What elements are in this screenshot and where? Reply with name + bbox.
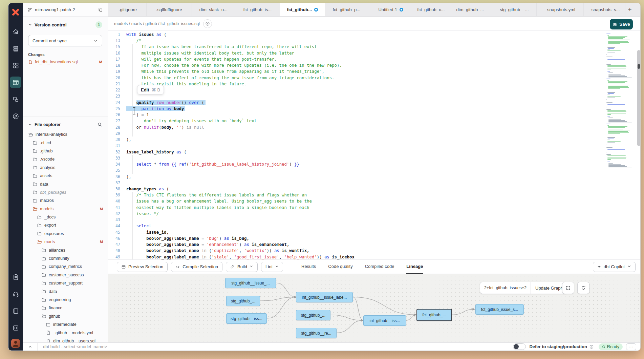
editor-scrollbar[interactable] (637, 50, 640, 146)
tree-item-data[interactable]: data (23, 287, 108, 295)
overflow-menu-button[interactable]: ··· (626, 343, 636, 350)
tree-item-alliances[interactable]: alliances (23, 246, 108, 254)
minimap-line (607, 141, 621, 142)
changed-file-row[interactable]: fct_dbt_invocations.sql M (28, 60, 102, 64)
lineage-node-stg_github_[interactable]: stg_github_... (226, 296, 260, 306)
tab-_snapshots.yml[interactable]: _snapshots.yml (537, 3, 583, 16)
orchestration-icon[interactable] (10, 93, 21, 105)
compile-selection-button[interactable]: Compile Selection (171, 262, 222, 272)
tree-item-export[interactable]: export (23, 221, 108, 229)
lineage-node-fct_github_issue_s[interactable]: fct_github_issue_s... (475, 304, 524, 315)
tab-fct_github...[interactable]: fct_github... (280, 3, 325, 16)
tree-item-intermediate[interactable]: intermediate (23, 320, 108, 329)
code-editor[interactable]: Edit ⌘ B 1with issues as (13 /*15 If an … (108, 31, 641, 259)
minimap-line (607, 68, 626, 68)
copy-branch-icon[interactable] (98, 7, 103, 12)
tree-item-models[interactable]: modelsM (23, 205, 108, 213)
search-icon[interactable] (97, 122, 102, 127)
tree-item-.ci_cd[interactable]: .ci_cd (23, 139, 108, 147)
line-number: 45 (108, 229, 120, 235)
tab-fct_github_c...[interactable]: fct_github_c... (414, 3, 449, 16)
refresh-button[interactable] (577, 282, 589, 294)
environments-icon[interactable] (10, 43, 21, 54)
code-line-32: 32issue_label_history as ( (108, 149, 641, 155)
docs-icon[interactable] (10, 305, 21, 317)
dashboard-icon[interactable] (10, 60, 21, 71)
minimap-line (608, 139, 614, 139)
tab-.sqlfluffignore[interactable]: .sqlfluffignore (147, 3, 192, 16)
minimap-line (606, 54, 607, 55)
tree-item-macros[interactable]: macros (23, 196, 108, 205)
new-tab-button[interactable]: + (625, 5, 634, 14)
lineage-node-stg_github__iss[interactable]: stg_github__iss... (226, 313, 267, 324)
panel-tab-code-quality[interactable]: Code quality (328, 260, 352, 274)
version-control-header[interactable]: Version control 1 (28, 21, 102, 28)
lineage-node-stg_github__re[interactable]: stg_github__re... (296, 328, 337, 338)
tree-item-finance[interactable]: finance (23, 304, 108, 312)
help-icon[interactable] (589, 344, 594, 349)
dbt-copilot-button[interactable]: dbt Copilot (593, 262, 636, 272)
save-button[interactable]: Save (610, 19, 633, 29)
tree-item-internal-analytics[interactable]: internal-analytics (23, 130, 108, 139)
build-button[interactable]: Build (226, 262, 258, 272)
tree-item-customer_success[interactable]: customer_success (23, 271, 108, 279)
preview-selection-button[interactable]: Preview Selection (117, 262, 168, 272)
tab-fct_github_p...[interactable]: fct_github_p... (325, 3, 368, 16)
support-icon[interactable] (10, 288, 21, 300)
tree-item-engineering[interactable]: engineering (23, 296, 108, 304)
reference-icon[interactable] (10, 322, 21, 334)
tab-stg_github__...[interactable]: stg_github__... (492, 3, 537, 16)
tree-item-dbt_packages[interactable]: dbt_packages (23, 188, 108, 196)
tab-Untitled-1[interactable]: Untitled-1 (368, 3, 414, 16)
explore-icon[interactable] (10, 110, 21, 122)
tree-item-github[interactable]: github (23, 312, 108, 320)
git-branch-selector[interactable]: mirnawong1-patch-2 (23, 3, 108, 17)
tab-_snapshots_s...[interactable]: _snapshots_s... (584, 3, 626, 16)
code-editor-icon[interactable] (10, 77, 21, 88)
minimap-line (607, 65, 626, 66)
file-info-icon[interactable] (203, 19, 212, 28)
tree-item-marts[interactable]: martsM (23, 238, 108, 246)
lineage-node-int_github__iss[interactable]: int_github__iss... (363, 315, 406, 326)
tree-item-_docs[interactable]: _docs (23, 213, 108, 221)
status-badge[interactable]: Ready (599, 343, 623, 350)
command-input[interactable]: dbt build --select <model_name> (43, 344, 513, 349)
tab-.gitignore[interactable]: .gitignore (109, 3, 147, 16)
code-minimap[interactable] (606, 34, 636, 223)
tree-item-.github[interactable]: .github (23, 147, 108, 155)
folder-icon (33, 157, 40, 162)
command-bar-expand-button[interactable] (23, 343, 38, 351)
tab-dim_slack_u...[interactable]: dim_slack_u... (192, 3, 235, 16)
notes-icon[interactable] (10, 271, 21, 283)
file-explorer-header[interactable]: File explorer (28, 122, 102, 127)
tree-item-.vscode[interactable]: .vscode (23, 155, 108, 163)
panel-tab-lineage[interactable]: Lineage (406, 260, 423, 274)
tree-item-assets[interactable]: assets (23, 172, 108, 180)
tree-item-exposures[interactable]: exposures (23, 230, 108, 238)
panel-tab-compiled-code[interactable]: Compiled code (365, 260, 394, 274)
tree-item-community[interactable]: community (23, 254, 108, 262)
tree-item-analysis[interactable]: analysis (23, 164, 108, 172)
lineage-node-int_github__issue_labe[interactable]: int_github__issue_labe... (296, 292, 353, 302)
fullscreen-button[interactable] (562, 282, 574, 294)
lineage-selector-input[interactable]: 2+fct_github_issues+2 (480, 282, 531, 294)
lint-button[interactable]: Lint (261, 262, 283, 272)
lineage-node-stg_github__issue_[interactable]: stg_github__issue_... (225, 278, 276, 288)
tab-fct_github_is...[interactable]: fct_github_is... (235, 3, 280, 16)
edit-tooltip-button[interactable]: Edit ⌘ B (137, 85, 164, 94)
user-avatar[interactable] (11, 339, 20, 348)
panel-tab-results[interactable]: Results (301, 260, 316, 274)
tab-dim_github_...[interactable]: dim_github_... (448, 3, 492, 16)
defer-toggle[interactable] (513, 343, 526, 350)
commit-and-sync-button[interactable]: Commit and sync (28, 35, 102, 46)
scrollbar-thumb[interactable] (638, 64, 640, 69)
tree-item-data[interactable]: data (23, 180, 108, 188)
lineage-node-stg_github_[interactable]: stg_github_... (296, 310, 330, 320)
tree-item-_github__models.yml[interactable]: _github__models.yml (23, 329, 108, 337)
dbt-logo-icon[interactable] (11, 8, 20, 17)
tree-item-company_metrics[interactable]: company_metrics (23, 262, 108, 271)
home-icon[interactable] (10, 26, 21, 37)
code-line-43: 43 (108, 217, 641, 223)
tree-item-customer_support[interactable]: customer_support (23, 279, 108, 287)
lineage-node-fct_github_[interactable]: fct_github_... (416, 309, 452, 321)
